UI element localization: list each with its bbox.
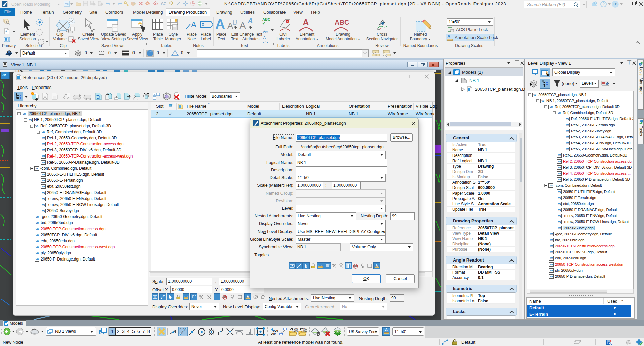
svg-text:000: 000 [294,330,298,332]
svg-text:A: A [287,20,289,23]
svg-text:A: A [191,20,196,29]
svg-text:7: 7 [595,2,597,5]
svg-text:000: 000 [303,330,307,332]
svg-text:i: i [640,63,641,66]
svg-text:000: 000 [271,332,276,335]
